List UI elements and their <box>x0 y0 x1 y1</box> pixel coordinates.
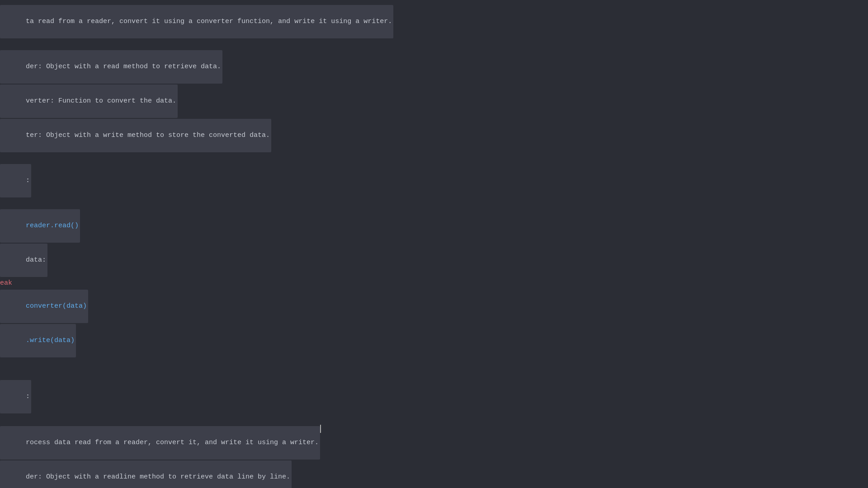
line-highlight: ta read from a reader, convert it using … <box>0 5 393 38</box>
code-line-empty-1 <box>0 39 868 50</box>
code-line-19: der: Object with a readline method to re… <box>0 460 868 488</box>
code-line-10: data: <box>0 243 868 277</box>
line-highlight: converter(data) <box>0 290 88 323</box>
code-line-3: der: Object with a read method to retrie… <box>0 50 868 84</box>
line-highlight: verter: Function to convert the data. <box>0 84 178 118</box>
line-highlight: : <box>0 380 31 413</box>
code-editor: ta read from a reader, convert it using … <box>0 0 868 488</box>
code-line-5: ter: Object with a write method to store… <box>0 118 868 153</box>
code-line-11: eak <box>0 277 868 289</box>
line-highlight: data: <box>0 244 47 277</box>
code-line-9: reader.read() <box>0 209 868 243</box>
code-line-empty-4 <box>0 358 868 369</box>
code-line-18: rocess data read from a reader, convert … <box>0 425 868 460</box>
line-highlight: : <box>0 164 31 197</box>
code-line-12: converter(data) <box>0 289 868 324</box>
code-line-13: .write(data) <box>0 324 868 358</box>
code-line-16: : <box>0 380 868 414</box>
line-highlight: ter: Object with a write method to store… <box>0 119 271 152</box>
code-line-empty-6 <box>0 414 868 425</box>
cursor <box>320 425 321 433</box>
code-line-7: : <box>0 164 868 198</box>
line-highlight: der: Object with a read method to retrie… <box>0 50 222 84</box>
code-line-4: verter: Function to convert the data. <box>0 84 868 118</box>
code-line-empty-3 <box>0 198 868 209</box>
code-line-empty-2 <box>0 153 868 164</box>
line-highlight: .write(data) <box>0 324 76 357</box>
line-highlight: reader.read() <box>0 209 80 243</box>
line-highlight: rocess data read from a reader, convert … <box>0 426 320 460</box>
code-line-1: ta read from a reader, convert it using … <box>0 5 868 39</box>
code-line-empty-5 <box>0 369 868 380</box>
line-highlight: der: Object with a readline method to re… <box>0 460 292 488</box>
